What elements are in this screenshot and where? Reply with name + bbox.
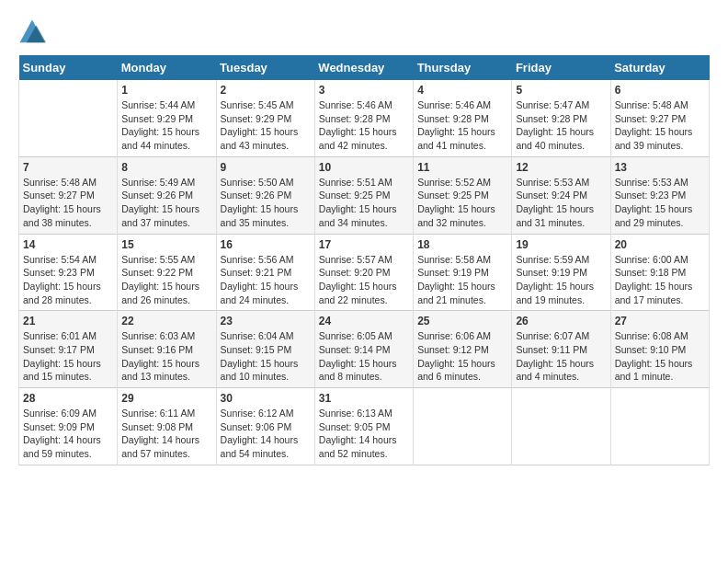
calendar-cell: 27Sunrise: 6:08 AMSunset: 9:10 PMDayligh… xyxy=(610,311,709,388)
cell-info: Sunrise: 5:48 AMSunset: 9:27 PMDaylight:… xyxy=(615,98,705,153)
cell-info: Sunrise: 6:11 AMSunset: 9:08 PMDaylight:… xyxy=(121,407,211,461)
cell-info: Sunrise: 5:49 AMSunset: 9:26 PMDaylight:… xyxy=(121,176,211,230)
day-number: 17 xyxy=(319,238,409,251)
calendar-cell: 21Sunrise: 6:01 AMSunset: 9:17 PMDayligh… xyxy=(19,311,118,388)
calendar-cell: 22Sunrise: 6:03 AMSunset: 9:16 PMDayligh… xyxy=(118,311,216,388)
day-number: 24 xyxy=(319,315,409,327)
logo-icon xyxy=(18,18,46,46)
day-number: 9 xyxy=(221,161,311,174)
weekday-header-saturday: Saturday xyxy=(610,55,709,80)
cell-info: Sunrise: 5:52 AMSunset: 9:25 PMDaylight:… xyxy=(417,176,507,230)
cell-info: Sunrise: 6:04 AMSunset: 9:15 PMDaylight:… xyxy=(221,329,311,384)
logo xyxy=(18,18,50,46)
calendar-week-row: 28Sunrise: 6:09 AMSunset: 9:09 PMDayligh… xyxy=(19,388,710,465)
weekday-header-thursday: Thursday xyxy=(414,55,512,80)
calendar-cell: 26Sunrise: 6:07 AMSunset: 9:11 PMDayligh… xyxy=(512,311,610,388)
day-number: 3 xyxy=(319,84,409,97)
cell-info: Sunrise: 5:45 AMSunset: 9:29 PMDaylight:… xyxy=(221,98,311,153)
calendar-cell: 30Sunrise: 6:12 AMSunset: 9:06 PMDayligh… xyxy=(216,388,314,465)
day-number: 5 xyxy=(516,84,606,97)
day-number: 30 xyxy=(221,392,311,405)
cell-info: Sunrise: 6:00 AMSunset: 9:18 PMDaylight:… xyxy=(615,253,705,307)
cell-info: Sunrise: 6:01 AMSunset: 9:17 PMDaylight:… xyxy=(23,329,113,384)
calendar-cell: 14Sunrise: 5:54 AMSunset: 9:23 PMDayligh… xyxy=(19,234,118,311)
cell-info: Sunrise: 5:48 AMSunset: 9:27 PMDaylight:… xyxy=(23,176,113,230)
cell-info: Sunrise: 6:03 AMSunset: 9:16 PMDaylight:… xyxy=(121,329,211,384)
calendar-cell: 31Sunrise: 6:13 AMSunset: 9:05 PMDayligh… xyxy=(314,388,413,465)
day-number: 18 xyxy=(417,238,507,251)
weekday-header-row: SundayMondayTuesdayWednesdayThursdayFrid… xyxy=(19,55,710,80)
calendar-cell: 28Sunrise: 6:09 AMSunset: 9:09 PMDayligh… xyxy=(19,388,118,465)
day-number: 25 xyxy=(417,315,507,327)
cell-info: Sunrise: 6:09 AMSunset: 9:09 PMDaylight:… xyxy=(23,407,113,461)
calendar-cell: 25Sunrise: 6:06 AMSunset: 9:12 PMDayligh… xyxy=(414,311,512,388)
cell-info: Sunrise: 5:59 AMSunset: 9:19 PMDaylight:… xyxy=(516,253,606,307)
calendar-cell: 10Sunrise: 5:51 AMSunset: 9:25 PMDayligh… xyxy=(314,156,413,234)
day-number: 10 xyxy=(319,161,409,174)
day-number: 2 xyxy=(221,84,311,97)
calendar-cell: 15Sunrise: 5:55 AMSunset: 9:22 PMDayligh… xyxy=(118,234,216,311)
cell-info: Sunrise: 5:44 AMSunset: 9:29 PMDaylight:… xyxy=(121,98,211,153)
calendar-week-row: 21Sunrise: 6:01 AMSunset: 9:17 PMDayligh… xyxy=(19,311,710,388)
cell-info: Sunrise: 5:50 AMSunset: 9:26 PMDaylight:… xyxy=(221,176,311,230)
weekday-header-sunday: Sunday xyxy=(19,55,118,80)
weekday-header-wednesday: Wednesday xyxy=(314,55,413,80)
calendar-cell: 19Sunrise: 5:59 AMSunset: 9:19 PMDayligh… xyxy=(512,234,610,311)
cell-info: Sunrise: 6:08 AMSunset: 9:10 PMDaylight:… xyxy=(615,329,705,384)
calendar-cell: 16Sunrise: 5:56 AMSunset: 9:21 PMDayligh… xyxy=(216,234,314,311)
weekday-header-tuesday: Tuesday xyxy=(216,55,314,80)
calendar-cell: 5Sunrise: 5:47 AMSunset: 9:28 PMDaylight… xyxy=(512,80,610,156)
cell-info: Sunrise: 5:53 AMSunset: 9:24 PMDaylight:… xyxy=(516,176,606,230)
weekday-header-friday: Friday xyxy=(512,55,610,80)
day-number: 1 xyxy=(121,84,211,97)
calendar-cell xyxy=(19,80,118,156)
calendar-cell: 29Sunrise: 6:11 AMSunset: 9:08 PMDayligh… xyxy=(118,388,216,465)
day-number: 13 xyxy=(615,161,705,174)
day-number: 31 xyxy=(319,392,409,405)
day-number: 11 xyxy=(417,161,507,174)
day-number: 21 xyxy=(23,315,113,327)
day-number: 26 xyxy=(516,315,606,327)
day-number: 16 xyxy=(221,238,311,251)
cell-info: Sunrise: 6:06 AMSunset: 9:12 PMDaylight:… xyxy=(417,329,507,384)
cell-info: Sunrise: 5:57 AMSunset: 9:20 PMDaylight:… xyxy=(319,253,409,307)
calendar-week-row: 1Sunrise: 5:44 AMSunset: 9:29 PMDaylight… xyxy=(19,80,710,156)
calendar-cell xyxy=(512,388,610,465)
day-number: 22 xyxy=(121,315,211,327)
cell-info: Sunrise: 6:13 AMSunset: 9:05 PMDaylight:… xyxy=(319,407,409,461)
calendar-cell: 2Sunrise: 5:45 AMSunset: 9:29 PMDaylight… xyxy=(216,80,314,156)
day-number: 7 xyxy=(23,161,113,174)
day-number: 15 xyxy=(121,238,211,251)
day-number: 23 xyxy=(221,315,311,327)
day-number: 12 xyxy=(516,161,606,174)
calendar-cell: 8Sunrise: 5:49 AMSunset: 9:26 PMDaylight… xyxy=(118,156,216,234)
cell-info: Sunrise: 5:58 AMSunset: 9:19 PMDaylight:… xyxy=(417,253,507,307)
cell-info: Sunrise: 5:54 AMSunset: 9:23 PMDaylight:… xyxy=(23,253,113,307)
calendar-cell: 6Sunrise: 5:48 AMSunset: 9:27 PMDaylight… xyxy=(610,80,709,156)
cell-info: Sunrise: 5:53 AMSunset: 9:23 PMDaylight:… xyxy=(615,176,705,230)
calendar-cell: 3Sunrise: 5:46 AMSunset: 9:28 PMDaylight… xyxy=(314,80,413,156)
calendar-cell xyxy=(610,388,709,465)
day-number: 8 xyxy=(121,161,211,174)
cell-info: Sunrise: 6:07 AMSunset: 9:11 PMDaylight:… xyxy=(516,329,606,384)
day-number: 4 xyxy=(417,84,507,97)
page-header xyxy=(18,18,710,46)
calendar-cell: 7Sunrise: 5:48 AMSunset: 9:27 PMDaylight… xyxy=(19,156,118,234)
calendar-cell: 4Sunrise: 5:46 AMSunset: 9:28 PMDaylight… xyxy=(414,80,512,156)
calendar-table: SundayMondayTuesdayWednesdayThursdayFrid… xyxy=(18,55,710,465)
cell-info: Sunrise: 5:46 AMSunset: 9:28 PMDaylight:… xyxy=(417,98,507,153)
day-number: 6 xyxy=(615,84,705,97)
day-number: 27 xyxy=(615,315,705,327)
calendar-cell xyxy=(414,388,512,465)
cell-info: Sunrise: 5:46 AMSunset: 9:28 PMDaylight:… xyxy=(319,98,409,153)
day-number: 14 xyxy=(23,238,113,251)
day-number: 20 xyxy=(615,238,705,251)
calendar-cell: 20Sunrise: 6:00 AMSunset: 9:18 PMDayligh… xyxy=(610,234,709,311)
calendar-cell: 13Sunrise: 5:53 AMSunset: 9:23 PMDayligh… xyxy=(610,156,709,234)
cell-info: Sunrise: 6:05 AMSunset: 9:14 PMDaylight:… xyxy=(319,329,409,384)
calendar-week-row: 7Sunrise: 5:48 AMSunset: 9:27 PMDaylight… xyxy=(19,156,710,234)
cell-info: Sunrise: 5:55 AMSunset: 9:22 PMDaylight:… xyxy=(121,253,211,307)
calendar-cell: 11Sunrise: 5:52 AMSunset: 9:25 PMDayligh… xyxy=(414,156,512,234)
day-number: 19 xyxy=(516,238,606,251)
calendar-cell: 9Sunrise: 5:50 AMSunset: 9:26 PMDaylight… xyxy=(216,156,314,234)
